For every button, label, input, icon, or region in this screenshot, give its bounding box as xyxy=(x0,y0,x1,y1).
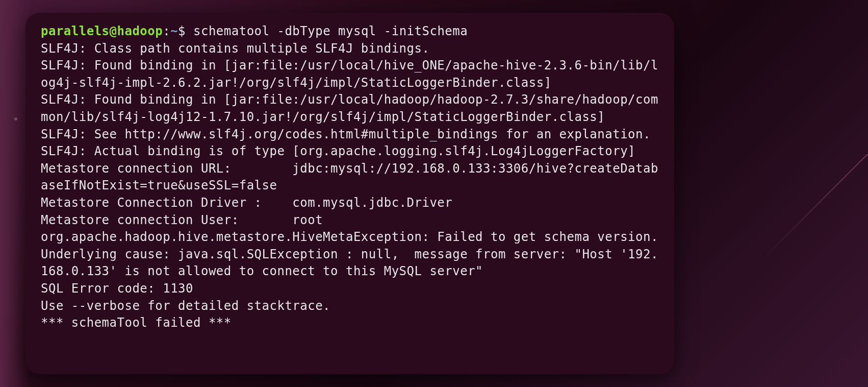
output-line: org.apache.hadoop.hive.metastore.HiveMet… xyxy=(41,230,658,244)
command-text: schematool -dbType mysql -initSchema xyxy=(186,24,468,38)
output-line: SQL Error code: 1130 xyxy=(41,281,193,296)
prompt-colon: : xyxy=(163,24,170,38)
output-line: Metastore connection URL: jdbc:mysql://1… xyxy=(41,161,658,193)
bg-decoration xyxy=(14,117,17,120)
output-line: Use --verbose for detailed stacktrace. xyxy=(41,299,330,313)
terminal-window[interactable]: parallels@hadoop:~$ schematool -dbType m… xyxy=(25,13,674,374)
prompt-at: @ xyxy=(110,24,117,38)
output-line: SLF4J: See http://www.slf4j.org/codes.ht… xyxy=(41,127,651,141)
prompt-host: hadoop xyxy=(117,24,163,38)
terminal-content[interactable]: parallels@hadoop:~$ schematool -dbType m… xyxy=(41,23,659,332)
output-line: SLF4J: Found binding in [jar:file:/usr/l… xyxy=(41,58,658,90)
output-line: *** schemaTool failed *** xyxy=(41,316,232,330)
output-line: SLF4J: Class path contains multiple SLF4… xyxy=(41,41,429,56)
output-line: Underlying cause: java.sql.SQLException … xyxy=(41,247,658,279)
output-line: Metastore Connection Driver : com.mysql.… xyxy=(41,196,452,210)
prompt-user: parallels xyxy=(41,24,110,38)
output-line: SLF4J: Found binding in [jar:file:/usr/l… xyxy=(41,92,658,124)
prompt-dollar: $ xyxy=(178,24,186,38)
bg-decoration xyxy=(759,153,868,262)
output-line: SLF4J: Actual binding is of type [org.ap… xyxy=(41,144,635,158)
output-line: Metastore connection User: root xyxy=(41,213,323,227)
prompt-path: ~ xyxy=(170,24,178,38)
